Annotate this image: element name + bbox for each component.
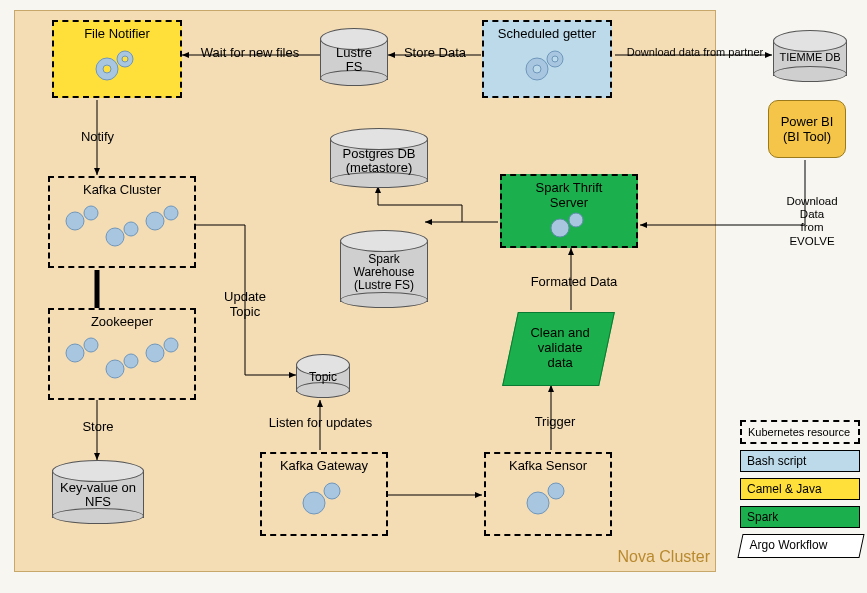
node-postgres-label: Postgres DB (metastore) [330,147,428,176]
node-zookeeper: Zookeeper [48,308,196,400]
svg-point-22 [124,222,138,236]
node-kafka-cluster: Kafka Cluster [48,176,196,268]
node-file-notifier: File Notifier [52,20,182,98]
gears-icon [544,210,594,240]
edge-store: Store [76,420,120,435]
edge-trigger: Trigger [530,415,580,430]
gears-icon [518,477,578,519]
node-scheduled-getter-label: Scheduled getter [484,26,610,41]
edge-notify: Notify [70,130,125,145]
node-zookeeper-label: Zookeeper [50,314,194,329]
svg-point-31 [551,219,569,237]
svg-point-18 [552,56,558,62]
svg-point-19 [66,212,84,230]
legend-bash-label: Bash script [747,454,806,468]
legend-camel-label: Camel & Java [747,482,822,496]
svg-point-16 [533,65,541,73]
node-topic-label: Topic [296,371,350,384]
svg-point-23 [146,212,164,230]
legend-k8s-label: Kubernetes resource [748,426,850,438]
node-kafka-sensor-label: Kafka Sensor [486,458,610,473]
node-kafka-gateway-label: Kafka Gateway [262,458,386,473]
node-postgres: Postgres DB (metastore) [330,128,428,188]
svg-point-32 [569,213,583,227]
svg-point-35 [527,492,549,514]
edge-listen-updates: Listen for updates [263,416,378,431]
edge-download-evolve: Download Data from EVOLVE [778,195,846,248]
node-clean-validate: Clean and validate data [502,312,615,386]
node-topic: Topic [296,354,350,398]
svg-point-34 [324,483,340,499]
node-power-bi: Power BI (BI Tool) [768,100,846,158]
node-tiemme-db: TIEMME DB [773,30,847,82]
gears-icon [517,45,577,85]
edge-store-data: Store Data [400,46,470,61]
edge-formatted-data: Formated Data [524,275,624,290]
svg-point-25 [66,344,84,362]
node-spark-warehouse-label: Spark Warehouse (Lustre FS) [340,253,428,293]
legend-k8s: Kubernetes resource [740,420,860,444]
node-power-bi-label: Power BI (BI Tool) [781,114,834,144]
svg-point-12 [103,65,111,73]
node-key-value-nfs: Key-value on NFS [52,460,144,524]
legend-spark: Spark [740,506,860,528]
node-key-value-nfs-label: Key-value on NFS [52,481,144,510]
node-lustre-fs: Lustre FS [320,28,388,86]
node-kafka-gateway: Kafka Gateway [260,452,388,536]
node-spark-thrift: Spark Thrift Server [500,174,638,248]
svg-point-26 [84,338,98,352]
svg-point-33 [303,492,325,514]
gears-icon [87,45,147,85]
node-kafka-cluster-label: Kafka Cluster [50,182,194,197]
svg-point-14 [122,56,128,62]
gears-icon [294,477,354,519]
node-kafka-sensor: Kafka Sensor [484,452,612,536]
node-scheduled-getter: Scheduled getter [482,20,612,98]
svg-point-20 [84,206,98,220]
legend-spark-label: Spark [747,510,778,524]
legend-argo-label: Argo Workflow [742,535,862,552]
edge-wait-files: Wait for new files [190,46,310,61]
svg-point-27 [106,360,124,378]
node-clean-validate-label: Clean and validate data [513,313,608,370]
node-spark-warehouse: Spark Warehouse (Lustre FS) [340,230,428,308]
edge-download-partner: Download data from partner [615,46,775,59]
legend-argo: Argo Workflow [740,534,860,556]
svg-point-21 [106,228,124,246]
svg-point-30 [164,338,178,352]
node-tiemme-db-label: TIEMME DB [773,51,847,63]
svg-point-36 [548,483,564,499]
svg-point-28 [124,354,138,368]
edge-update-topic: Update Topic [215,290,275,320]
legend-camel: Camel & Java [740,478,860,500]
node-lustre-fs-label: Lustre FS [320,46,388,75]
nova-cluster-title: Nova Cluster [560,548,710,566]
svg-point-24 [164,206,178,220]
gears-icon [57,199,187,254]
node-file-notifier-label: File Notifier [54,26,180,41]
svg-point-29 [146,344,164,362]
node-spark-thrift-label: Spark Thrift Server [502,180,636,210]
legend-bash: Bash script [740,450,860,472]
gears-icon [57,331,187,386]
